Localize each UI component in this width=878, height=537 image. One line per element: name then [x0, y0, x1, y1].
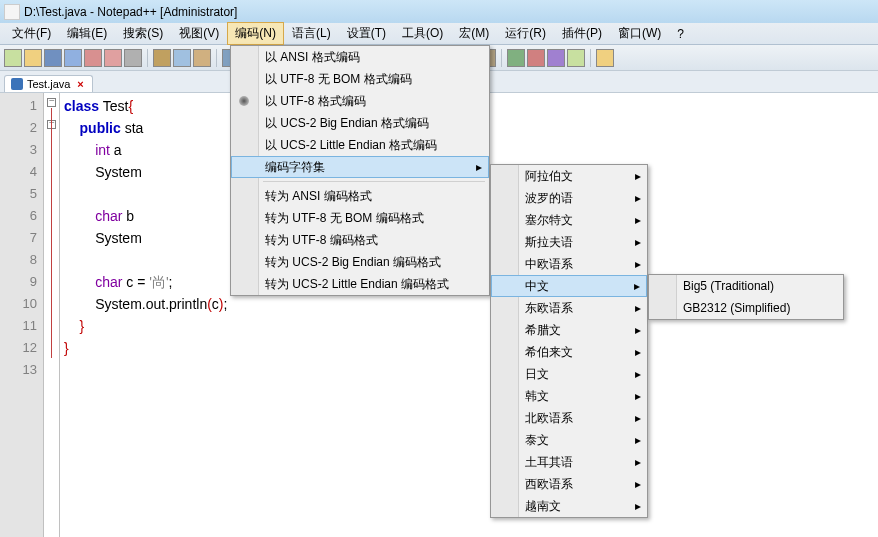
menu-4[interactable]: 编码(N): [227, 22, 284, 45]
close-all-icon[interactable]: [104, 49, 122, 67]
menu-item[interactable]: 转为 UTF-8 无 BOM 编码格式: [231, 207, 489, 229]
menu-8[interactable]: 宏(M): [451, 22, 497, 45]
menu-item[interactable]: 希伯来文▸: [491, 341, 647, 363]
menu-item[interactable]: 转为 UTF-8 编码格式: [231, 229, 489, 251]
new-file-icon[interactable]: [4, 49, 22, 67]
menu-item[interactable]: 以 UCS-2 Little Endian 格式编码: [231, 134, 489, 156]
tab-filename: Test.java: [27, 78, 70, 90]
charset-submenu: 阿拉伯文▸波罗的语▸塞尔特文▸斯拉夫语▸中欧语系▸中文▸东欧语系▸希腊文▸希伯来…: [490, 164, 648, 518]
paste-icon[interactable]: [193, 49, 211, 67]
menu-item[interactable]: 越南文▸: [491, 495, 647, 517]
menu-item[interactable]: 转为 ANSI 编码格式: [231, 185, 489, 207]
menu-item[interactable]: 以 UTF-8 格式编码: [231, 90, 489, 112]
save-all-icon[interactable]: [64, 49, 82, 67]
menu-0[interactable]: 文件(F): [4, 22, 59, 45]
menu-item[interactable]: 韩文▸: [491, 385, 647, 407]
menu-item[interactable]: 北欧语系▸: [491, 407, 647, 429]
menu-item[interactable]: 中文▸: [491, 275, 647, 297]
open-file-icon[interactable]: [24, 49, 42, 67]
menu-item[interactable]: 编码字符集▸: [231, 156, 489, 178]
macro-replay-icon[interactable]: [547, 49, 565, 67]
menu-6[interactable]: 设置(T): [339, 22, 394, 45]
menu-2[interactable]: 搜索(S): [115, 22, 171, 45]
menu-item[interactable]: 土耳其语▸: [491, 451, 647, 473]
menu-item[interactable]: 转为 UCS-2 Little Endian 编码格式: [231, 273, 489, 295]
macro-save-icon[interactable]: [567, 49, 585, 67]
menu-item[interactable]: 塞尔特文▸: [491, 209, 647, 231]
app-icon: [4, 4, 20, 20]
macro-record-icon[interactable]: [507, 49, 525, 67]
menu-item[interactable]: 转为 UCS-2 Big Endian 编码格式: [231, 251, 489, 273]
menu-item[interactable]: 中欧语系▸: [491, 253, 647, 275]
titlebar: D:\Test.java - Notepad++ [Administrator]: [0, 0, 878, 23]
menu-9[interactable]: 运行(R): [497, 22, 554, 45]
chinese-encoding-submenu: Big5 (Traditional)GB2312 (Simplified): [648, 274, 844, 320]
menu-item[interactable]: 希腊文▸: [491, 319, 647, 341]
cut-icon[interactable]: [153, 49, 171, 67]
menu-item[interactable]: 日文▸: [491, 363, 647, 385]
menu-1[interactable]: 编辑(E): [59, 22, 115, 45]
menu-12[interactable]: ?: [669, 24, 692, 44]
encoding-menu: 以 ANSI 格式编码以 UTF-8 无 BOM 格式编码以 UTF-8 格式编…: [230, 45, 490, 296]
menu-11[interactable]: 窗口(W): [610, 22, 669, 45]
menu-3[interactable]: 视图(V): [171, 22, 227, 45]
fold-toggle[interactable]: [47, 98, 56, 107]
fold-guide: [51, 108, 52, 358]
file-tab[interactable]: Test.java ×: [4, 75, 93, 92]
bold-h-icon[interactable]: [596, 49, 614, 67]
menu-item[interactable]: 以 UCS-2 Big Endian 格式编码: [231, 112, 489, 134]
print-icon[interactable]: [124, 49, 142, 67]
menu-5[interactable]: 语言(L): [284, 22, 339, 45]
menu-item[interactable]: 阿拉伯文▸: [491, 165, 647, 187]
menu-item[interactable]: 波罗的语▸: [491, 187, 647, 209]
menu-10[interactable]: 插件(P): [554, 22, 610, 45]
save-file-icon[interactable]: [44, 49, 62, 67]
menu-item[interactable]: 泰文▸: [491, 429, 647, 451]
window-title: D:\Test.java - Notepad++ [Administrator]: [24, 5, 237, 19]
macro-play-icon[interactable]: [527, 49, 545, 67]
menu-7[interactable]: 工具(O): [394, 22, 451, 45]
menu-item[interactable]: 斯拉夫语▸: [491, 231, 647, 253]
menu-item[interactable]: 西欧语系▸: [491, 473, 647, 495]
code-content[interactable]: class Test{ public sta { int a System ch…: [60, 93, 245, 537]
copy-icon[interactable]: [173, 49, 191, 67]
menu-item[interactable]: 以 UTF-8 无 BOM 格式编码: [231, 68, 489, 90]
file-type-icon: [11, 78, 23, 90]
menu-item[interactable]: Big5 (Traditional): [649, 275, 843, 297]
menu-item[interactable]: 东欧语系▸: [491, 297, 647, 319]
close-file-icon[interactable]: [84, 49, 102, 67]
menu-item[interactable]: GB2312 (Simplified): [649, 297, 843, 319]
fold-column: [44, 93, 60, 537]
close-tab-icon[interactable]: ×: [74, 78, 86, 90]
menubar: 文件(F)编辑(E)搜索(S)视图(V)编码(N)语言(L)设置(T)工具(O)…: [0, 23, 878, 45]
line-number-gutter: 12345678910111213: [0, 93, 44, 537]
menu-item[interactable]: 以 ANSI 格式编码: [231, 46, 489, 68]
